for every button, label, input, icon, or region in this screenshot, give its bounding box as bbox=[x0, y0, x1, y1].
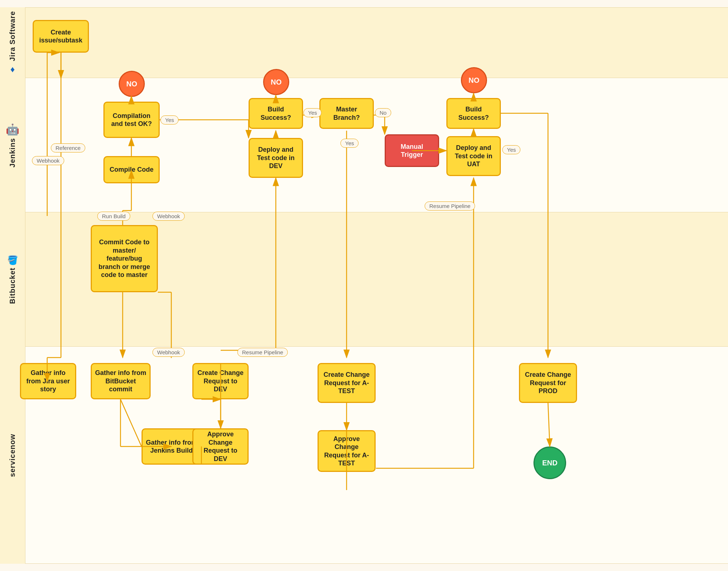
connector-webhook-2: Webhook bbox=[152, 212, 185, 221]
node-create-cr-dev: Create Change Request to DEV bbox=[192, 363, 249, 399]
connector-yes-3: Yes bbox=[502, 145, 520, 154]
node-compile-code: Compile Code bbox=[103, 156, 160, 183]
bitbucket-icon: 🪣 bbox=[7, 255, 18, 265]
connector-yes-2: Yes bbox=[303, 108, 322, 117]
node-deploy-test-dev: Deploy and Test code in DEV bbox=[249, 138, 303, 178]
connector-resume-pipeline-1: Resume Pipeline bbox=[237, 348, 288, 357]
node-compilation-test: Compilation and test OK? bbox=[103, 102, 160, 138]
connector-webhook-1: Webhook bbox=[32, 156, 64, 165]
connector-yes-master: Yes bbox=[340, 139, 359, 148]
servicenow-label: servicenow bbox=[8, 434, 17, 477]
node-build-success-2: Build Success? bbox=[446, 98, 501, 129]
lane-label-bitbucket: 🪣 Bitbucket bbox=[0, 212, 25, 347]
lane-label-jira: Jira Software ♦ bbox=[0, 7, 25, 78]
node-create-cr-prod: Create Change Request for PROD bbox=[519, 363, 577, 403]
node-no-2: NO bbox=[263, 69, 289, 95]
node-approve-cr-atest: Approve Change Request for A-TEST bbox=[318, 430, 376, 472]
connector-no-master: No bbox=[375, 108, 391, 117]
jenkins-icon: 🤖 bbox=[6, 123, 19, 136]
node-create-issue: Create issue/subtask bbox=[33, 20, 89, 53]
node-no-1: NO bbox=[119, 71, 145, 97]
diagram-container: Jira Software ♦ 🤖 Jenkins 🪣 Bitbucket se… bbox=[0, 0, 728, 571]
node-commit-code: Commit Code to master/ feature/bug branc… bbox=[91, 225, 158, 292]
node-gather-bitbucket: Gather info from BitBucket commit bbox=[91, 363, 151, 399]
node-create-cr-atest: Create Change Request for A-TEST bbox=[318, 363, 376, 403]
connector-yes-1: Yes bbox=[160, 115, 179, 125]
node-gather-jira: Gather info from Jira user story bbox=[20, 363, 76, 399]
node-build-success-1: Build Success? bbox=[249, 98, 303, 129]
lane-label-jenkins: 🤖 Jenkins bbox=[0, 78, 25, 212]
connector-webhook-3: Webhook bbox=[152, 348, 185, 357]
connector-reference: Reference bbox=[51, 143, 85, 152]
node-master-branch: Master Branch? bbox=[319, 98, 374, 129]
connector-run-build: Run Build bbox=[97, 212, 130, 221]
node-deploy-test-uat: Deploy and Test code in UAT bbox=[446, 136, 501, 176]
node-manual-trigger: Manual Trigger bbox=[385, 134, 439, 167]
node-no-3: NO bbox=[461, 67, 487, 93]
lane-jira bbox=[0, 7, 728, 78]
node-end: END bbox=[533, 446, 566, 479]
jira-icon: ♦ bbox=[10, 64, 15, 74]
node-approve-cr-dev: Approve Change Request to DEV bbox=[192, 428, 249, 465]
connector-resume-pipeline-2: Resume Pipeline bbox=[425, 201, 475, 211]
